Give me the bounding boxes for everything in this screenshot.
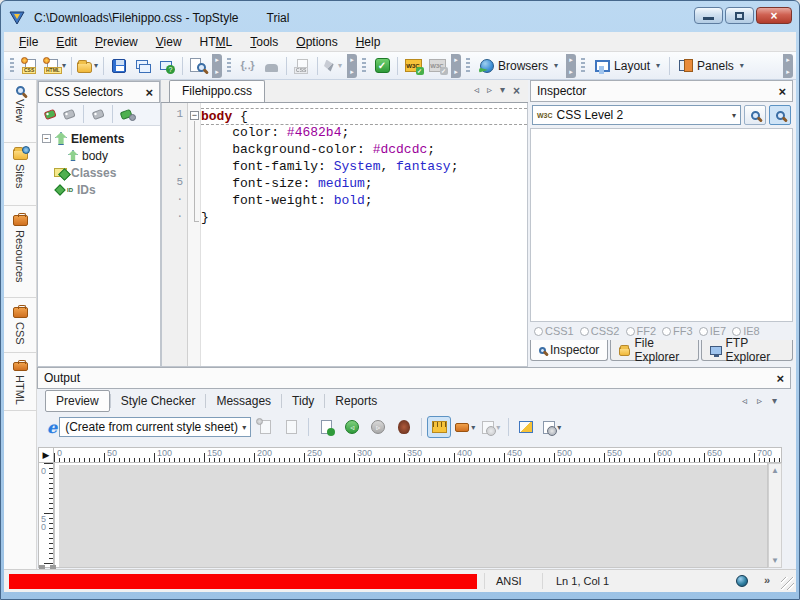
toolbar-overflow-button[interactable]: ▸▸ <box>347 54 357 78</box>
page-wand-button[interactable] <box>253 416 277 438</box>
browsers-button[interactable]: Browsers▾ <box>474 55 564 77</box>
toolbar-grip[interactable] <box>581 58 585 74</box>
collapse-icon[interactable]: − <box>42 134 51 143</box>
tab-ftp-explorer[interactable]: FTP Explorer <box>701 340 793 361</box>
restore-button[interactable] <box>725 7 754 24</box>
title-bar[interactable]: C:\Downloads\Filehippo.css - TopStyle Tr… <box>4 3 796 32</box>
sidebar-tab-sites[interactable]: Sites <box>4 143 36 206</box>
output-header[interactable]: Output× <box>37 367 791 389</box>
toolbar-grip[interactable] <box>10 58 14 74</box>
radio-css2[interactable]: CSS2 <box>580 325 620 337</box>
format-stamp-button[interactable] <box>259 55 283 77</box>
w3c-html-validate-button[interactable]: W3C✓ <box>425 55 449 77</box>
menu-tools[interactable]: Tools <box>241 33 287 51</box>
tree-item-classes[interactable]: Classes <box>42 164 160 181</box>
toolbar-overflow-button[interactable]: ▸▸ <box>566 54 576 78</box>
debug-bug-button[interactable] <box>392 416 416 438</box>
tab-list-icon[interactable]: ▾ <box>772 395 777 406</box>
preview-vscrollbar[interactable]: ▲ ▼ <box>768 463 782 568</box>
highlight-box-button[interactable]: ▾ <box>453 416 477 438</box>
print-preview-button[interactable] <box>186 55 210 77</box>
w3c-css-validate-button[interactable]: W3C✓ <box>401 55 425 77</box>
code-line[interactable]: } <box>201 210 527 227</box>
preview-content[interactable] <box>54 463 768 568</box>
edit-selector-tag-icon[interactable] <box>61 106 77 122</box>
sidebar-tab-html[interactable]: HTML <box>4 353 36 411</box>
tab-messages[interactable]: Messages <box>206 391 281 411</box>
toolbar-grip[interactable] <box>466 58 470 74</box>
code-line[interactable]: color: #4682b4; <box>201 125 527 142</box>
tab-list-icon[interactable]: ▾ <box>500 84 505 98</box>
panels-button[interactable]: Panels▾ <box>673 55 750 77</box>
radio-ie7[interactable]: IE7 <box>699 325 727 337</box>
style-sweeper-button[interactable]: ▾ <box>321 55 345 77</box>
delete-selector-tag-icon[interactable] <box>90 106 106 122</box>
preview-source-select[interactable]: (Create from current style sheet)▾ <box>59 417 251 437</box>
menu-preview[interactable]: Preview <box>86 33 147 51</box>
code-line[interactable]: font-weight: bold; <box>201 193 527 210</box>
toolbar-grip[interactable] <box>362 58 366 74</box>
code-line[interactable]: font-size: medium; <box>201 176 527 193</box>
window-help-button[interactable]: ? <box>155 55 179 77</box>
close-icon[interactable]: × <box>145 86 153 99</box>
cascade-windows-button[interactable] <box>131 55 155 77</box>
css-selectors-header[interactable]: CSS Selectors× <box>38 81 160 103</box>
sidebar-tab-view[interactable]: View <box>4 80 36 143</box>
tab-filehippo-css[interactable]: Filehippo.css <box>169 80 265 102</box>
code-line[interactable]: background-color: #dcdcdc; <box>201 142 527 159</box>
format-braces-button[interactable]: {‥} <box>235 55 259 77</box>
menu-html[interactable]: HTML <box>191 33 242 51</box>
online-globe-icon[interactable] <box>736 575 748 587</box>
open-file-button[interactable]: ▾ <box>75 55 100 77</box>
menu-view[interactable]: View <box>147 33 191 51</box>
tree-item-body[interactable]: body <box>42 147 160 164</box>
tree-item-elements[interactable]: − Elements <box>42 130 160 147</box>
tab-scroll-right-icon[interactable]: ▹ <box>757 395 762 406</box>
page-edit-button[interactable] <box>279 416 303 438</box>
new-selector-tag-icon[interactable] <box>42 106 58 122</box>
menu-edit[interactable]: Edit <box>47 33 86 51</box>
preview-options-button[interactable]: ▾ <box>540 416 564 438</box>
tab-tidy[interactable]: Tidy <box>282 391 324 411</box>
css-level-select[interactable]: W3C CSS Level 2 ▾ <box>532 105 741 125</box>
menu-help[interactable]: Help <box>347 33 390 51</box>
menu-file[interactable]: File <box>10 33 47 51</box>
ruler-toggle-button[interactable] <box>427 416 451 438</box>
tab-scroll-left-icon[interactable]: ◃ <box>742 395 747 406</box>
minimize-button[interactable] <box>694 7 723 24</box>
tab-inspector[interactable]: Inspector <box>530 340 608 361</box>
menu-options[interactable]: Options <box>287 33 346 51</box>
inspector-header[interactable]: Inspector× <box>530 80 793 102</box>
inspect-new-button[interactable] <box>744 105 766 125</box>
close-icon[interactable]: × <box>778 85 786 98</box>
tab-file-explorer[interactable]: File Explorer <box>610 340 699 361</box>
sidebar-tab-css[interactable]: CSS <box>4 298 36 353</box>
inspector-grid[interactable] <box>530 128 793 322</box>
inspect-page-button[interactable] <box>769 105 791 125</box>
tab-scroll-left-icon[interactable]: ◃ <box>474 84 479 98</box>
tab-style-checker[interactable]: Style Checker <box>111 391 206 411</box>
close-button[interactable]: × <box>756 7 792 24</box>
resize-grip[interactable] <box>781 577 794 590</box>
toolbar-overflow-button[interactable]: ▸▸ <box>451 54 461 78</box>
toolbar-grip[interactable] <box>227 58 231 74</box>
code-body[interactable]: body { color: #4682b4; background-color:… <box>201 103 527 366</box>
refresh-preview-button[interactable] <box>314 416 338 438</box>
toolbar-overflow-button[interactable]: ▸▸ <box>212 54 222 78</box>
close-icon[interactable]: × <box>776 372 784 385</box>
tab-reports[interactable]: Reports <box>325 391 387 411</box>
tab-preview[interactable]: Preview <box>45 390 110 412</box>
validate-button[interactable]: ✓ <box>370 55 394 77</box>
new-css-document-button[interactable]: CSS <box>18 55 42 77</box>
sidebar-tab-resources[interactable]: Resources <box>4 206 36 298</box>
radio-css1[interactable]: CSS1 <box>534 325 574 337</box>
save-button[interactable] <box>107 55 131 77</box>
code-line[interactable]: font-family: System, fantasy; <box>201 159 527 176</box>
tree-item-ids[interactable]: ID IDs <box>42 181 160 198</box>
forward-button[interactable]: ▹ <box>366 416 390 438</box>
scrollbar-down-icon[interactable]: ▼ <box>769 554 781 567</box>
tab-close-icon[interactable]: × <box>513 84 520 98</box>
back-button[interactable]: ◃ <box>340 416 364 438</box>
code-line[interactable]: body { <box>201 108 527 125</box>
new-html-document-button[interactable]: HTML▾ <box>42 55 68 77</box>
